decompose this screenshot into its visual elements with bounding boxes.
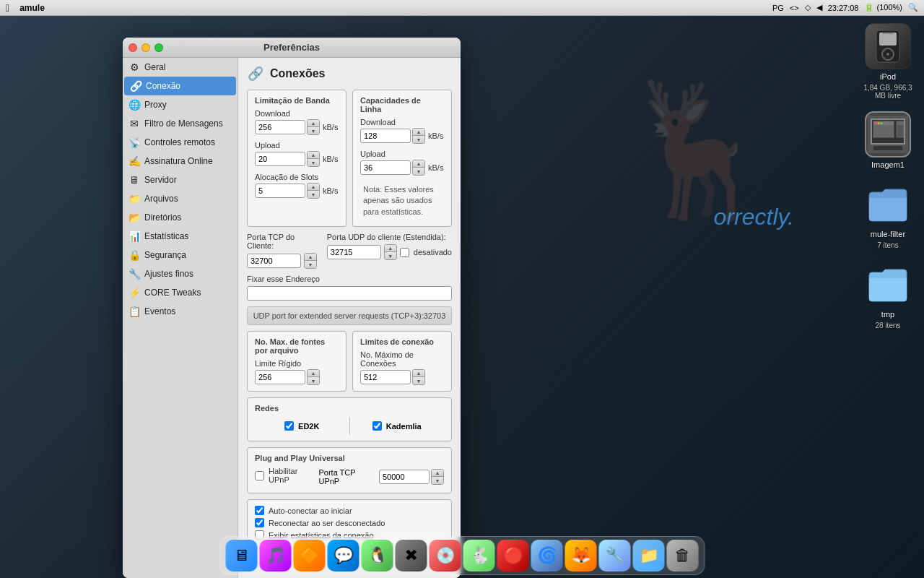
sidebar-seguranca-label: Segurança xyxy=(144,250,186,260)
limites-title: Limites de conexão xyxy=(360,337,444,346)
top-boxes: Limitação de Banda Download ▲ ▼ kB/s xyxy=(247,90,452,233)
apple-logo-icon[interactable]:  xyxy=(6,2,9,14)
dock-disk[interactable]: 💿 xyxy=(430,540,461,571)
max-conexoes-input[interactable] xyxy=(360,370,411,384)
kademlia-item: Kademlia xyxy=(350,417,445,435)
sidebar-diretorios-label: Diretórios xyxy=(144,212,181,223)
sidebar-proxy-label: Proxy xyxy=(144,100,167,110)
close-button[interactable] xyxy=(128,43,137,52)
cap-upload-input[interactable] xyxy=(360,160,411,175)
upnp-port-up[interactable]: ▲ xyxy=(432,470,443,477)
tcp-port-up[interactable]: ▲ xyxy=(305,254,316,261)
dock-xcode[interactable]: 🔧 xyxy=(599,540,631,571)
udp-port-input[interactable] xyxy=(327,245,381,259)
slots-down-btn[interactable]: ▼ xyxy=(308,191,319,198)
sidebar-item-controles[interactable]: 📡 Controles remotos xyxy=(123,133,237,152)
sidebar-item-seguranca[interactable]: 🔒 Segurança xyxy=(123,246,237,264)
cap-download-input[interactable] xyxy=(360,129,411,143)
dock-vlc[interactable]: 🔶 xyxy=(294,540,326,571)
slots-up-btn[interactable]: ▲ xyxy=(308,184,319,191)
sidebar-item-core-tweaks[interactable]: ⚡ CORE Tweaks xyxy=(123,283,237,302)
tcp-port-down[interactable]: ▼ xyxy=(305,261,316,268)
sidebar-item-servidor[interactable]: 🖥 Servidor xyxy=(123,171,237,189)
dock-trash[interactable]: 🗑 xyxy=(667,540,699,571)
upload-input[interactable] xyxy=(255,152,305,166)
reconectar-checkbox[interactable] xyxy=(255,518,264,527)
dock-folders[interactable]: 📁 xyxy=(633,540,665,571)
slots-spinner-btns: ▲ ▼ xyxy=(307,183,320,199)
upnp-port-input[interactable] xyxy=(379,470,430,484)
tcp-port-input[interactable] xyxy=(247,254,301,268)
udp-disabled-checkbox[interactable] xyxy=(400,248,409,257)
desktop-icon-tmp[interactable]: tmp 28 itens xyxy=(859,261,917,329)
dock-xtorrent[interactable]: 🐇 xyxy=(463,540,495,571)
svg-rect-1 xyxy=(879,33,897,46)
tcp-port-input-row: ▲ ▼ xyxy=(247,253,321,269)
sidebar-item-assinatura[interactable]: ✍ Assinatura Online xyxy=(123,152,237,171)
desktop-icon-imagem[interactable]: Imagem1 xyxy=(859,111,917,169)
app-name[interactable]: amule xyxy=(19,3,45,13)
max-conexoes-down[interactable]: ▼ xyxy=(413,377,424,384)
kademlia-checkbox[interactable] xyxy=(372,421,382,431)
desktop-icon-ipod[interactable]: iPod 1,84 GB, 966,3 MB livre xyxy=(859,23,917,100)
dock-browser[interactable]: 🦊 xyxy=(565,540,597,571)
sidebar-item-arquivos[interactable]: 📁 Arquivos xyxy=(123,189,237,208)
slots-unit: kB/s xyxy=(323,186,338,195)
desktop-icon-mule-filter[interactable]: mule-filter 7 itens xyxy=(859,181,917,249)
filtro-icon: ✉ xyxy=(128,118,140,129)
udp-port-up[interactable]: ▲ xyxy=(385,245,396,252)
menubar-pg: PG xyxy=(772,4,784,12)
limite-rigido-down[interactable]: ▼ xyxy=(308,377,319,384)
sidebar-item-ajustes[interactable]: 🔧 Ajustes finos xyxy=(123,264,237,283)
download-up-btn[interactable]: ▲ xyxy=(308,120,319,127)
menubar-search-icon[interactable]: 🔍 xyxy=(908,3,918,12)
section-title: Conexões xyxy=(270,67,325,80)
preferences-window: Preferências ⚙ Geral 🔗 Conexão 🌐 Proxy ✉ xyxy=(123,38,461,578)
max-conexoes-btns: ▲ ▼ xyxy=(412,369,425,385)
ed2k-checkbox[interactable] xyxy=(284,421,294,431)
dock-finder[interactable]: 🖥 xyxy=(226,540,258,571)
upnp-port-down[interactable]: ▼ xyxy=(432,477,443,484)
upnp-box: Plug and Play Universal Habilitar UPnP P… xyxy=(247,447,452,493)
slots-input[interactable] xyxy=(255,184,305,198)
habilitar-upnp-checkbox[interactable] xyxy=(255,471,264,480)
sidebar-item-eventos[interactable]: 📋 Eventos xyxy=(123,302,237,321)
max-conexoes-up[interactable]: ▲ xyxy=(413,370,424,377)
ipod-sublabel: 1,84 GB, 966,3 MB livre xyxy=(859,84,917,100)
max-conexoes-label: No. Máximo de Conexões xyxy=(360,350,444,368)
dock-emule[interactable]: 🔴 xyxy=(497,540,529,571)
tcp-port-section: Porta TCP do Cliente: ▲ ▼ xyxy=(247,233,321,269)
sidebar-item-proxy[interactable]: 🌐 Proxy xyxy=(123,95,237,114)
menubar-left:  amule xyxy=(6,2,45,14)
ajustes-icon: 🔧 xyxy=(128,268,140,280)
auto-conectar-checkbox[interactable] xyxy=(255,506,264,515)
download-input[interactable] xyxy=(255,120,305,134)
cap-download-up-btn[interactable]: ▲ xyxy=(413,129,424,136)
maximize-button[interactable] xyxy=(154,43,163,52)
download-down-btn[interactable]: ▼ xyxy=(308,127,319,134)
upload-down-btn[interactable]: ▼ xyxy=(308,159,319,166)
minimize-button[interactable] xyxy=(141,43,150,52)
limite-rigido-up[interactable]: ▲ xyxy=(308,370,319,377)
sidebar-item-geral[interactable]: ⚙ Geral xyxy=(123,58,237,77)
sidebar-item-estatisticas[interactable]: 📊 Estatísticas xyxy=(123,227,237,246)
sidebar-servidor-label: Servidor xyxy=(144,175,177,185)
sidebar-item-diretorios[interactable]: 📂 Diretórios xyxy=(123,208,237,227)
dock-skype[interactable]: 💬 xyxy=(328,540,359,571)
ed2k-item: ED2K xyxy=(255,417,349,435)
udp-port-down[interactable]: ▼ xyxy=(385,252,396,259)
sidebar-item-filtro[interactable]: ✉ Filtro de Mensagens xyxy=(123,114,237,133)
cap-download-down-btn[interactable]: ▼ xyxy=(413,136,424,143)
cap-upload-down-btn[interactable]: ▼ xyxy=(413,168,424,175)
fixar-input[interactable] xyxy=(247,286,452,301)
upload-up-btn[interactable]: ▲ xyxy=(308,152,319,159)
dock-adium[interactable]: 🐧 xyxy=(362,540,393,571)
dock-cabos[interactable]: 🌀 xyxy=(531,540,563,571)
sidebar-item-conexao[interactable]: 🔗 Conexão xyxy=(124,77,236,95)
cap-upload-up-btn[interactable]: ▲ xyxy=(413,160,424,168)
limite-rigido-input[interactable] xyxy=(255,370,305,384)
dock-itunes[interactable]: 🎵 xyxy=(260,540,292,571)
reconectar-row: Reconectar ao ser desconectado xyxy=(255,518,444,527)
dock-x11[interactable]: ✖ xyxy=(396,540,427,571)
sidebar-ajustes-label: Ajustes finos xyxy=(144,269,193,279)
